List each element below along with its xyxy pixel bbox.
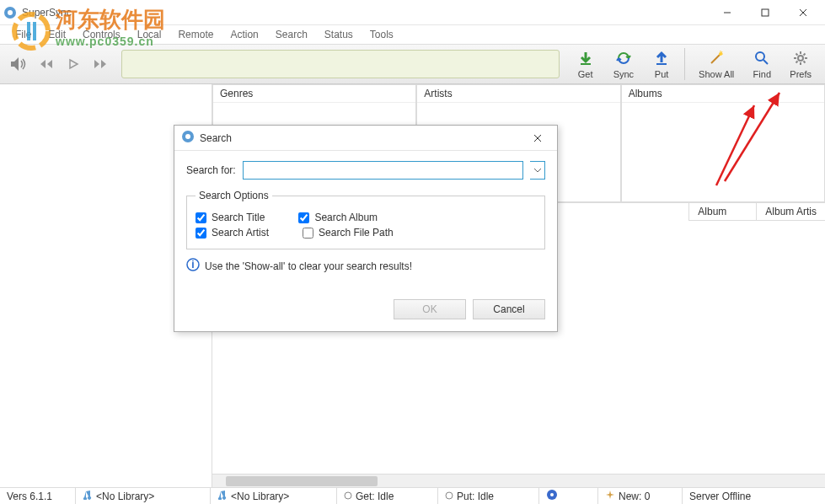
info-icon: i — [186, 258, 200, 274]
menu-file[interactable]: File — [7, 27, 40, 42]
sync-button[interactable]: Sync — [607, 49, 640, 79]
menubar: File Edit Controls Local Remote Action S… — [0, 25, 825, 44]
status-version: Vers 6.1.1 — [0, 488, 76, 504]
svg-point-11 — [345, 492, 351, 499]
search-title-checkbox[interactable]: Search Title — [196, 212, 265, 223]
minimize-button[interactable] — [708, 1, 746, 24]
status-new: New: 0 — [598, 488, 683, 504]
svg-point-9 — [756, 52, 764, 61]
window-title: SuperSync — [22, 7, 708, 19]
circle-icon — [344, 491, 352, 502]
search-options-group: Search Options Search Title Search Album… — [186, 190, 545, 249]
svg-rect-7 — [656, 63, 667, 65]
albums-header: Albums — [622, 85, 824, 103]
status-itunes — [539, 488, 598, 504]
statusbar: Vers 6.1.1 <No Library> <No Library> Get… — [0, 487, 825, 504]
forward-button[interactable] — [89, 53, 111, 75]
magnifier-icon — [753, 49, 771, 67]
svg-point-14 — [550, 493, 554, 496]
dialog-close-button[interactable] — [525, 127, 550, 149]
search-for-label: Search for: — [186, 164, 236, 176]
app-icon — [3, 6, 17, 19]
gear-icon — [791, 49, 810, 67]
svg-rect-6 — [581, 63, 591, 65]
close-button[interactable] — [784, 1, 822, 24]
progress-display — [121, 50, 560, 78]
info-message: i Use the 'Show-all' to clear your searc… — [186, 258, 545, 274]
menu-search[interactable]: Search — [267, 27, 316, 42]
upload-arrow-icon — [652, 49, 671, 67]
ok-button[interactable]: OK — [394, 299, 466, 319]
dialog-icon — [181, 130, 195, 146]
sync-icon — [614, 49, 633, 67]
find-button[interactable]: Find — [746, 49, 778, 79]
toolbar-separator — [684, 48, 685, 80]
menu-remote[interactable]: Remote — [169, 27, 222, 42]
rewind-button[interactable] — [35, 53, 57, 75]
maximize-button[interactable] — [746, 1, 784, 24]
status-remote-library[interactable]: <No Library> — [211, 488, 337, 504]
search-input[interactable] — [243, 161, 523, 180]
search-artist-checkbox[interactable]: Search Artist — [196, 227, 269, 239]
search-dropdown-button[interactable] — [530, 161, 545, 180]
menu-controls[interactable]: Controls — [74, 27, 129, 42]
put-button[interactable]: Put — [646, 49, 678, 79]
svg-text:i: i — [191, 259, 194, 271]
window-titlebar: SuperSync — [0, 0, 825, 25]
play-button[interactable] — [62, 53, 84, 75]
get-button[interactable]: Get — [570, 49, 602, 79]
circle-icon — [445, 491, 453, 502]
svg-point-10 — [798, 56, 803, 61]
sparkle-icon — [605, 490, 615, 502]
dialog-titlebar: Search — [174, 126, 557, 151]
cancel-button[interactable]: Cancel — [473, 299, 545, 319]
menu-tools[interactable]: Tools — [362, 27, 402, 42]
prefs-button[interactable]: Prefs — [783, 49, 818, 79]
menu-edit[interactable]: Edit — [40, 27, 74, 42]
albums-panel: Albums — [621, 84, 825, 202]
status-local-library[interactable]: <No Library> — [76, 488, 211, 504]
col-album[interactable]: Album — [688, 203, 756, 220]
status-server: Server Offline — [683, 488, 825, 504]
genres-header: Genres — [213, 85, 415, 103]
svg-point-1 — [8, 10, 13, 15]
toolbar: Get Sync Put Show All Find Prefs — [0, 44, 825, 84]
search-album-checkbox[interactable]: Search Album — [298, 212, 378, 223]
search-options-legend: Search Options — [196, 190, 272, 201]
status-get: Get: Idle — [337, 488, 438, 504]
menu-action[interactable]: Action — [222, 27, 266, 42]
menu-status[interactable]: Status — [316, 27, 362, 42]
menu-local[interactable]: Local — [129, 27, 170, 42]
svg-point-12 — [446, 492, 453, 499]
status-put: Put: Idle — [438, 488, 539, 504]
wand-icon — [707, 49, 726, 67]
music-note-icon — [217, 490, 228, 502]
svg-point-16 — [185, 134, 190, 139]
search-dialog: Search Search for: Search Options Search… — [174, 125, 558, 332]
download-arrow-icon — [576, 49, 595, 67]
col-album-artist[interactable]: Album Artis — [756, 203, 825, 220]
svg-rect-3 — [762, 9, 769, 16]
horizontal-scrollbar[interactable] — [212, 474, 825, 487]
artists-header: Artists — [417, 85, 619, 103]
itunes-icon — [546, 489, 558, 503]
show-all-button[interactable]: Show All — [692, 49, 741, 79]
music-note-icon — [83, 490, 93, 502]
search-filepath-checkbox[interactable]: Search File Path — [303, 227, 394, 239]
dialog-title: Search — [200, 132, 525, 144]
speaker-icon[interactable] — [7, 52, 30, 76]
